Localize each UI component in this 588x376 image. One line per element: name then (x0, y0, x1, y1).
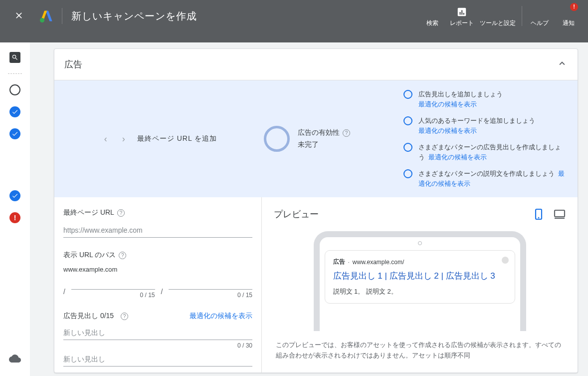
radio-empty-icon (403, 169, 412, 178)
top-bar: 新しいキャンペーンを作成 検索 レポート ツールと設定 ? ヘルプ 通知 ! (0, 0, 588, 42)
page-title: 新しいキャンペーンを作成 (71, 0, 197, 32)
checklist-item: さまざまなパターンの説明文を作成しましょう 最適化の候補を表示 (403, 169, 566, 188)
step-error[interactable]: ! (9, 212, 21, 224)
top-bar-left: 新しいキャンペーンを作成 (0, 0, 197, 32)
display-url-block: 表示 URL のパス? www.example.com / 0 / 15 / 0… (63, 251, 252, 299)
display-url-base: www.example.com (63, 266, 252, 273)
headline-counter: 0 / 30 (63, 342, 252, 349)
ad-domain: www.example.com/ (353, 259, 404, 266)
editor-form: 最終ページ URL? 表示 URL のパス? www.example.com /… (54, 197, 262, 373)
radio-empty-icon (403, 143, 412, 152)
preview-panel: プレビュー 広告 · www.ex (262, 197, 578, 373)
prev-suggestion-button[interactable]: ‹ (101, 131, 110, 147)
path2-input[interactable] (169, 275, 252, 290)
ad-editor: 最終ページ URL? 表示 URL のパス? www.example.com /… (54, 197, 578, 373)
svg-point-8 (538, 217, 539, 218)
nav-search[interactable]: 検索 (418, 0, 447, 32)
reports-icon (456, 5, 467, 19)
collapse-button[interactable] (557, 58, 568, 71)
path2-counter: 0 / 15 (169, 292, 252, 299)
svg-rect-2 (459, 12, 460, 15)
strength-text: 広告の有効性? 未完了 (298, 127, 350, 151)
main-content: 広告 ‹ › 最終ページ URL を追加 広告の有効性? 未完了 (30, 42, 588, 376)
ad-headline-preview: 広告見出し 1 | 広告見出し 2 | 広告見出し 3 (333, 270, 507, 282)
ad-description-preview: 説明文 1。 説明文 2。 (333, 287, 507, 296)
nav-label: ヘルプ (531, 19, 549, 27)
path1-counter: 0 / 15 (71, 292, 155, 299)
nav-label: ツールと設定 (480, 19, 516, 27)
step-done[interactable] (9, 106, 21, 118)
nav-label: 検索 (426, 19, 438, 27)
step-rail: ! (0, 42, 30, 376)
ad-options-icon (502, 257, 509, 264)
radio-empty-icon (403, 90, 412, 99)
google-ads-logo-icon (40, 9, 53, 22)
rail-divider (8, 73, 22, 74)
step-pending[interactable] (9, 84, 21, 96)
top-bar-right: 検索 レポート ツールと設定 ? ヘルプ 通知 ! (418, 0, 588, 32)
strength-checklist: 広告見出しを追加しましょう最適化の候補を表示 人気のあるキーワードを追加しましょ… (403, 89, 573, 188)
path1-input[interactable] (71, 275, 155, 290)
separator (62, 8, 62, 24)
rail-search-button[interactable] (9, 51, 21, 63)
show-suggestions-link[interactable]: 最適化の候補を表示 (428, 153, 487, 161)
step-done[interactable] (9, 190, 21, 202)
path-slash: / (161, 288, 163, 299)
checklist-item: 人気のあるキーワードを追加しましょう最適化の候補を表示 (403, 116, 566, 135)
nav-help[interactable]: ? ヘルプ (525, 0, 554, 32)
close-button[interactable] (7, 4, 31, 28)
strength-nav-label: 最終ページ URL を追加 (137, 134, 217, 143)
card-header: 広告 (54, 49, 578, 80)
phone-preview-frame: 広告 · www.example.com/ 広告見出し 1 | 広告見出し 2 … (314, 231, 526, 331)
nav-reports[interactable]: レポート (447, 0, 477, 32)
svg-point-0 (40, 18, 44, 22)
nav-tools[interactable]: ツールと設定 (477, 0, 519, 32)
nav-label: 通知 (563, 19, 575, 27)
svg-rect-4 (463, 13, 464, 15)
final-url-block: 最終ページ URL? (63, 208, 252, 238)
final-url-label: 最終ページ URL (63, 208, 114, 217)
preview-note: このプレビューでは、お客様のアセットを使って作成される広告の候補が表示されます。… (274, 340, 566, 361)
help-icon[interactable]: ? (343, 129, 350, 137)
ad-strength-panel: ‹ › 最終ページ URL を追加 広告の有効性? 未完了 広告見出しを追加しま… (54, 80, 578, 197)
ad-card: 広告 ‹ › 最終ページ URL を追加 広告の有効性? 未完了 (54, 48, 578, 373)
svg-rect-3 (461, 10, 462, 14)
headline-input-2[interactable] (63, 352, 252, 367)
save-status-icon (9, 353, 21, 365)
final-url-input[interactable] (63, 223, 252, 238)
preview-mobile-button[interactable] (533, 208, 545, 220)
headlines-block: 広告見出し 0/15 ? 最適化の候補を表示 0 / 30 (63, 312, 252, 367)
step-done[interactable] (9, 128, 21, 140)
svg-rect-9 (555, 210, 565, 217)
help-icon[interactable]: ? (119, 252, 126, 259)
headlines-label: 広告見出し 0/15 (63, 312, 114, 321)
help-icon[interactable]: ? (117, 209, 125, 217)
help-icon[interactable]: ? (121, 313, 128, 320)
radio-empty-icon (403, 116, 412, 125)
preview-title: プレビュー (274, 208, 319, 220)
strength-nav: ‹ › 最終ページ URL を追加 (54, 131, 264, 147)
ad-preview-card: 広告 · www.example.com/ 広告見出し 1 | 広告見出し 2 … (325, 250, 515, 304)
checklist-item: さまざまなパターンの広告見出しを作成しましょう 最適化の候補を表示 (403, 142, 566, 162)
path-slash: / (63, 288, 65, 299)
checklist-item: 広告見出しを追加しましょう最適化の候補を表示 (403, 89, 566, 109)
preview-desktop-button[interactable] (554, 208, 566, 220)
nav-label: レポート (450, 19, 474, 27)
strength-ring-icon (264, 126, 290, 152)
strength-meter: 広告の有効性? 未完了 (264, 126, 403, 152)
next-suggestion-button[interactable]: › (119, 131, 128, 147)
ad-badge: 広告 (333, 258, 345, 266)
show-suggestions-link[interactable]: 最適化の候補を表示 (418, 127, 477, 134)
headlines-suggestions-link[interactable]: 最適化の候補を表示 (190, 312, 252, 321)
show-suggestions-link[interactable]: 最適化の候補を表示 (418, 100, 477, 108)
headline-input-1[interactable] (63, 326, 252, 340)
phone-camera-icon (418, 241, 422, 245)
nav-notifications[interactable]: 通知 ! (554, 0, 583, 32)
separator (522, 6, 522, 26)
card-title: 広告 (64, 58, 82, 70)
notification-badge: ! (570, 3, 578, 11)
display-url-label: 表示 URL のパス (63, 251, 116, 260)
